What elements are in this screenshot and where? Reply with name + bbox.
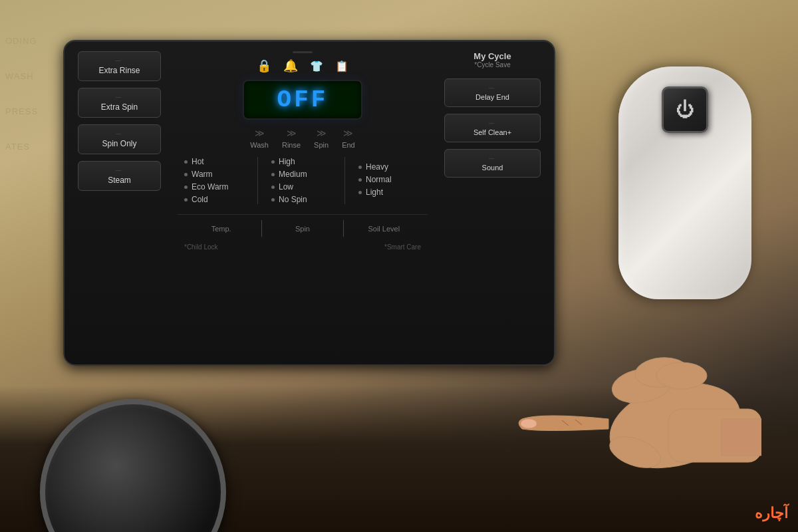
left-label-ates: ATES — [0, 139, 60, 154]
warm-dot — [184, 173, 188, 176]
no-spin-dot — [271, 198, 275, 201]
lcd-text: OFF — [277, 86, 329, 114]
extra-spin-button[interactable]: Extra Spin — [78, 88, 161, 118]
rinse-label: Rinse — [282, 141, 301, 149]
soil-heavy: Heavy — [358, 162, 418, 172]
left-label-oding: ODING — [0, 33, 60, 49]
light-label: Light — [366, 188, 383, 197]
end-arrow: ≫ — [343, 128, 353, 138]
wash-label: Wash — [250, 141, 269, 149]
hot-label: Hot — [192, 157, 204, 166]
copy-icon: 📋 — [335, 60, 348, 72]
end-label: End — [342, 141, 355, 149]
power-icon: ⏻ — [676, 100, 694, 119]
svg-point-9 — [521, 419, 537, 428]
cycle-indicators: ≫ Wash ≫ Rinse ≫ Spin ≫ End — [250, 128, 354, 149]
low-label: Low — [279, 182, 293, 192]
eco-warm-dot — [184, 186, 188, 189]
wash-cycle: ≫ Wash — [250, 128, 269, 149]
cold-dot — [184, 198, 188, 201]
delay-end-button[interactable]: Delay End — [444, 78, 541, 107]
soil-bottom-label: Soil Level — [344, 225, 424, 233]
cycle-save-label: *Cycle Save — [473, 61, 511, 68]
rinse-cycle: ≫ Rinse — [282, 128, 301, 149]
normal-label: Normal — [366, 175, 392, 184]
hand-overlay — [509, 213, 761, 532]
heavy-dot — [358, 166, 362, 169]
spin-column: High Medium Low No Spin — [271, 157, 331, 204]
spin-no-spin: No Spin — [271, 195, 331, 204]
spin-cycle: ≫ Spin — [314, 128, 329, 149]
my-cycle-label: My Cycle — [473, 51, 511, 61]
medium-dot — [271, 173, 275, 176]
heavy-label: Heavy — [366, 162, 388, 172]
smart-care-text: *Smart Care — [384, 243, 421, 251]
top-indicator — [293, 51, 313, 53]
spin-label: Spin — [314, 141, 329, 149]
svg-point-3 — [656, 362, 707, 389]
steam-button[interactable]: Steam — [78, 161, 161, 191]
hot-dot — [184, 160, 188, 164]
divider-temp-spin — [257, 157, 258, 204]
temp-eco-warm: Eco Warm — [184, 182, 244, 192]
left-cycle-labels: ODING WASH PRESS ATES — [0, 33, 60, 154]
cold-label: Cold — [192, 195, 208, 204]
spin-arrow: ≫ — [317, 128, 327, 138]
spin-only-button[interactable]: Spin Only — [78, 124, 161, 154]
wash-arrow: ≫ — [255, 128, 265, 138]
temp-hot: Hot — [184, 157, 244, 166]
shirt-icon: 👕 — [310, 60, 323, 72]
light-dot — [358, 191, 362, 194]
child-lock-text: *Child Lock — [184, 243, 218, 251]
watermark: آچاره — [755, 505, 788, 522]
self-clean-button[interactable]: Self Clean+ — [444, 114, 541, 142]
lock-icon: 🔒 — [257, 59, 271, 73]
left-label-wash: WASH — [0, 68, 60, 84]
normal-dot — [358, 178, 362, 182]
spin-low: Low — [271, 182, 331, 192]
eco-warm-label: Eco Warm — [192, 182, 229, 192]
icon-row: 🔒 🔔 👕 📋 — [257, 59, 348, 73]
rinse-arrow: ≫ — [287, 128, 297, 138]
temp-bottom-label: Temp. — [181, 225, 261, 233]
temperature-column: Hot Warm Eco Warm Cold — [184, 157, 244, 204]
high-label: High — [279, 157, 295, 166]
spin-medium: Medium — [271, 170, 331, 179]
low-dot — [271, 186, 275, 189]
temp-warm: Warm — [184, 170, 244, 179]
bell-icon: 🔔 — [283, 59, 298, 73]
extra-rinse-button[interactable]: Extra Rinse — [78, 51, 161, 81]
spin-bottom-label: Spin — [262, 225, 342, 233]
high-dot — [271, 160, 275, 164]
medium-label: Medium — [279, 170, 307, 179]
temp-cold: Cold — [184, 195, 244, 204]
end-cycle: ≫ End — [342, 128, 355, 149]
left-button-column: Extra Rinse Extra Spin Spin Only Steam — [78, 51, 171, 354]
power-button[interactable]: ⏻ — [662, 86, 708, 133]
control-panel: Extra Rinse Extra Spin Spin Only Steam 🔒… — [63, 40, 555, 366]
soil-normal: Normal — [358, 175, 418, 184]
sound-button[interactable]: Sound — [444, 149, 541, 178]
divider-spin-soil — [344, 157, 345, 204]
warm-label: Warm — [192, 170, 213, 179]
left-label-press: PRESS — [0, 104, 60, 119]
svg-rect-6 — [722, 419, 761, 456]
panel-center: 🔒 🔔 👕 📋 OFF ≫ Wash ≫ Rinse — [178, 51, 428, 354]
no-spin-label: No Spin — [279, 195, 307, 204]
soil-light: Light — [358, 188, 418, 197]
spin-high: High — [271, 157, 331, 166]
lcd-display: OFF — [243, 80, 362, 120]
soil-column: Heavy Normal Light — [358, 162, 418, 204]
